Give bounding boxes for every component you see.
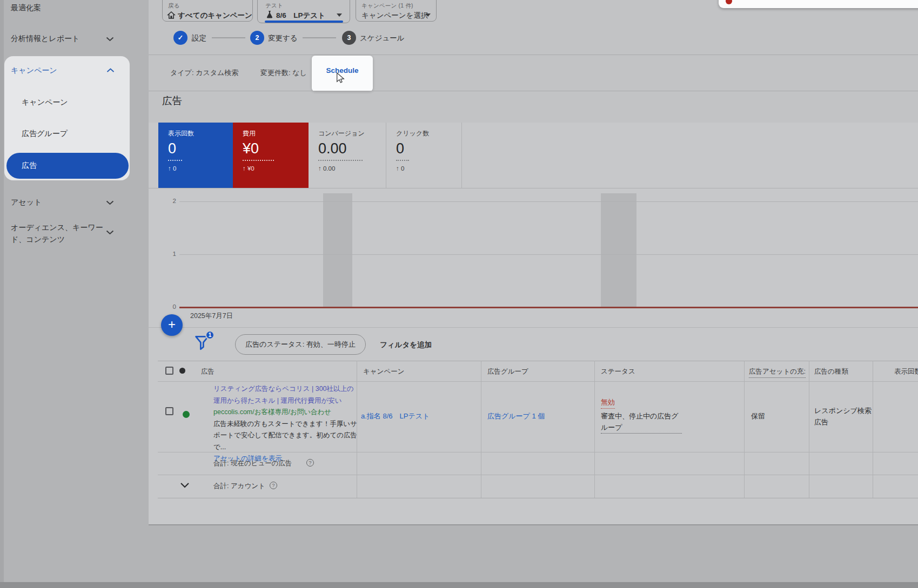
chevron-down-icon[interactable] — [106, 230, 114, 235]
cursor-pointer — [336, 72, 345, 83]
ad-type-cell: レスポンシブ検索広告 — [814, 405, 873, 428]
experiment-label: テスト — [265, 2, 283, 10]
chart-gridline — [179, 201, 918, 202]
back-label: 戻る — [168, 2, 180, 10]
scorecard-cost[interactable]: 費用 ¥0 ↑ ¥0 — [233, 123, 309, 188]
campaign-select-box[interactable]: キャンペーン (1 件) キャンペーンを選択 — [356, 0, 437, 22]
chart-weekend-band — [323, 193, 352, 308]
campaign-cell-link[interactable]: a.指名 8/6 LPテスト — [361, 411, 430, 421]
sidebar-item-assets[interactable]: アセット — [11, 198, 42, 207]
experiment-tab-box[interactable]: テスト 8/6 LPテスト — [257, 0, 350, 23]
column-header-asset-strength[interactable]: 広告アセットの充: — [749, 367, 806, 378]
table-bottom-border — [158, 498, 918, 498]
step-3-number: 3 — [347, 34, 351, 42]
step-3-label[interactable]: スケジュール — [360, 33, 405, 43]
sidebar-item-label: アセット — [11, 198, 42, 206]
sidebar-item-optimization[interactable]: 最適化案 — [11, 3, 41, 13]
page-title: 広告 — [162, 94, 182, 107]
dropdown-caret-icon[interactable] — [337, 13, 342, 17]
status-dot-column-icon — [179, 368, 185, 374]
column-header-ad[interactable]: 広告 — [201, 367, 215, 376]
filter-count-badge: 1 — [205, 330, 215, 340]
scorecard-label: コンバージョン — [318, 129, 386, 138]
column-header-ad-group[interactable]: 広告グループ — [487, 367, 528, 376]
step-2-circle[interactable]: 2 — [250, 31, 264, 45]
filter-count: 1 — [206, 332, 213, 339]
type-info: タイプ: カスタム検索 — [170, 68, 238, 78]
scorecard-value: ¥0 — [243, 140, 309, 157]
select-all-checkbox[interactable] — [165, 367, 173, 375]
scorecard-underline — [396, 160, 409, 161]
y-tick-label: 0 — [162, 303, 176, 310]
status-main[interactable]: 無効 — [601, 396, 615, 409]
chart-gridline — [179, 254, 918, 255]
ad-display-url: peccolis.com/お客様専用/お問い合わせ — [213, 407, 358, 418]
scorecard-conversions[interactable]: コンバージョン 0.00 ↑ 0.00 — [309, 123, 386, 188]
x-axis-date-label: 2025年7月7日 — [190, 312, 233, 321]
scorecard-underline — [168, 160, 182, 161]
sidebar-item-label-line1: オーディエンス、キーワー — [11, 221, 103, 233]
sidebar-item-label: キャンペーン — [22, 98, 68, 106]
active-tab-underline — [265, 21, 343, 23]
sidebar-edge-strip — [0, 0, 4, 588]
scorecard-clicks[interactable]: クリック数 0 ↑ 0 — [386, 123, 462, 188]
step-1-label[interactable]: 設定 — [192, 33, 206, 43]
scorecard-value: 0 — [396, 140, 461, 157]
back-to-all-campaigns-box[interactable]: 戻る すべてのキャンペーン — [162, 0, 253, 22]
step-1-circle[interactable]: ✓ — [173, 31, 187, 45]
expand-chevron-icon[interactable] — [180, 482, 190, 488]
sidebar-item-ads-selected[interactable]: 広告 — [6, 153, 129, 179]
enabled-status-dot[interactable] — [183, 411, 190, 418]
changes-info: 変更件数: なし — [260, 68, 307, 78]
summary-row-account: 合計: アカウント ? — [158, 475, 918, 498]
column-header-impressions[interactable]: 表示回数 — [894, 367, 918, 376]
notification-dot-icon — [726, 0, 732, 4]
notification-popup[interactable] — [719, 0, 918, 8]
step-2-number: 2 — [256, 34, 259, 42]
status-sub[interactable]: 審査中、停止中の広告グループ — [601, 410, 682, 434]
sidebar: 最適化案 分析情報とレポート キャンペーン キャンペーン 広告グループ 広告 ア… — [0, 0, 126, 588]
scorecard-delta: ↑ 0 — [396, 165, 461, 172]
google-ads-screen: 最適化案 分析情報とレポート キャンペーン キャンペーン 広告グループ 広告 ア… — [0, 0, 918, 588]
add-button[interactable]: + — [161, 314, 183, 336]
summary-label: 合計: 現在のビューの広告 — [213, 459, 292, 468]
sidebar-item-label: 広告グループ — [22, 129, 68, 138]
chart-bottom-border — [149, 327, 918, 328]
sidebar-item-audiences[interactable]: オーディエンス、キーワー ド、コンテンツ — [11, 221, 103, 245]
scorecard-value: 0.00 — [318, 140, 386, 157]
step-connector — [303, 37, 336, 38]
ad-group-cell-link[interactable]: 広告グループ 1 個 — [487, 411, 545, 421]
chevron-down-icon[interactable] — [106, 200, 114, 205]
step-2-label[interactable]: 変更する — [268, 33, 298, 43]
bottom-strip — [0, 582, 918, 588]
help-icon[interactable]: ? — [270, 482, 277, 489]
chevron-down-icon[interactable] — [106, 37, 114, 42]
column-header-ad-type[interactable]: 広告の種類 — [814, 367, 848, 376]
add-filter-button[interactable]: フィルタを追加 — [380, 340, 432, 350]
scorecard-impressions[interactable]: 表示回数 0 ↑ 0 — [158, 123, 233, 188]
divider — [149, 55, 918, 55]
sidebar-item-campaigns[interactable]: キャンペーン — [22, 98, 68, 107]
sidebar-item-label: 分析情報とレポート — [11, 34, 79, 43]
chart-area: 2 1 0 2025年7月7日 — [149, 188, 918, 328]
step-3-circle[interactable]: 3 — [342, 31, 356, 45]
ad-description: 広告未経験の方もスタートできます！手厚いサポートで安心して配信できます。初めての… — [213, 418, 358, 454]
campaign-select-label: キャンペーン (1 件) — [361, 2, 413, 10]
status-filter-chip[interactable]: 広告のステータス: 有効、一時停止 — [235, 334, 366, 355]
sidebar-item-insights[interactable]: 分析情報とレポート — [11, 34, 79, 44]
ad-title-link[interactable]: リスティング広告ならペコリス | 300社以上の運用から得たスキル | 運用代行… — [213, 383, 358, 407]
divider — [149, 91, 918, 91]
row-checkbox[interactable] — [165, 407, 173, 415]
scorecard-delta: ↑ 0.00 — [318, 165, 386, 172]
column-header-status[interactable]: ステータス — [601, 367, 635, 376]
chevron-up-icon[interactable] — [106, 68, 115, 73]
sidebar-item-campaigns-header[interactable]: キャンペーン — [11, 66, 57, 76]
column-header-campaign[interactable]: キャンペーン — [363, 367, 404, 376]
summary-row-current-view: 合計: 現在のビューの広告 ? — [158, 452, 918, 475]
sidebar-item-label: 最適化案 — [11, 3, 41, 12]
sidebar-item-ad-groups[interactable]: 広告グループ — [22, 129, 68, 139]
scorecard-label: 表示回数 — [168, 129, 233, 138]
campaign-select-value: キャンペーンを選択 — [361, 11, 428, 21]
help-icon[interactable]: ? — [306, 459, 314, 467]
dropdown-caret-icon[interactable] — [425, 13, 431, 17]
